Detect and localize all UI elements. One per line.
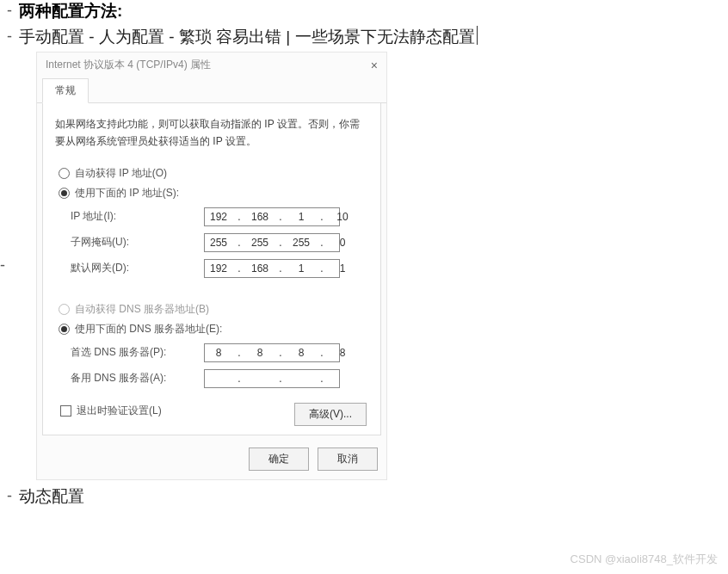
bullet-dash: -	[7, 26, 12, 47]
gateway-label: 默认网关(D):	[71, 261, 204, 275]
advanced-button[interactable]: 高级(V)...	[294, 403, 367, 426]
radio-icon	[59, 324, 70, 335]
dns-secondary-input[interactable]: . . .	[204, 369, 340, 388]
subnet-mask-input[interactable]: 255. 255. 255. 0	[204, 233, 340, 252]
radio-auto-ip[interactable]: 自动获得 IP 地址(O)	[59, 166, 368, 181]
dns-secondary-label: 备用 DNS 服务器(A):	[71, 371, 204, 386]
radio-icon	[59, 188, 70, 199]
subheading-text: 手动配置 - 人为配置 - 繁琐 容易出错 | 一些场景下无法静态配置	[19, 26, 475, 48]
radio-auto-dns: 自动获得 DNS 服务器地址(B)	[59, 302, 368, 317]
close-icon[interactable]: ×	[371, 59, 378, 72]
gateway-input[interactable]: 192. 168. 1. 1	[204, 259, 340, 278]
radio-label: 使用下面的 IP 地址(S):	[75, 186, 179, 201]
tab-general[interactable]: 常规	[42, 78, 89, 103]
bullet-dash: -	[0, 255, 5, 276]
radio-manual-ip[interactable]: 使用下面的 IP 地址(S):	[59, 186, 368, 201]
radio-icon	[59, 168, 70, 179]
checkbox-label: 退出时验证设置(L)	[77, 404, 162, 418]
radio-manual-dns[interactable]: 使用下面的 DNS 服务器地址(E):	[59, 322, 368, 336]
dns-primary-label: 首选 DNS 服务器(P):	[71, 345, 204, 360]
bullet-dash: -	[7, 485, 12, 507]
dialog-description: 如果网络支持此功能，则可以获取自动指派的 IP 设置。否则，你需要从网络系统管理…	[55, 115, 368, 151]
ip-address-label: IP 地址(I):	[71, 209, 204, 224]
radio-label: 自动获得 IP 地址(O)	[75, 166, 167, 181]
heading-text: 两种配置方法:	[19, 0, 122, 22]
radio-label: 自动获得 DNS 服务器地址(B)	[75, 302, 209, 317]
dns-primary-input[interactable]: 8. 8. 8. 8	[204, 343, 340, 362]
watermark: CSDN @xiaoli8748_软件开发	[571, 552, 718, 567]
subnet-mask-label: 子网掩码(U):	[71, 235, 204, 250]
bullet-dash: -	[7, 0, 12, 22]
ok-button[interactable]: 确定	[249, 447, 309, 471]
checkbox-icon	[60, 405, 71, 417]
radio-label: 使用下面的 DNS 服务器地址(E):	[75, 322, 222, 336]
text-cursor	[477, 26, 478, 45]
dialog-title: Internet 协议版本 4 (TCP/IPv4) 属性	[46, 58, 211, 72]
cancel-button[interactable]: 取消	[318, 447, 378, 471]
ipv4-properties-dialog: Internet 协议版本 4 (TCP/IPv4) 属性 × 常规 如果网络支…	[36, 52, 387, 480]
radio-icon	[59, 304, 70, 315]
bottom-text: 动态配置	[19, 485, 84, 508]
ip-address-input[interactable]: 192. 168. 1. 10	[204, 207, 340, 226]
